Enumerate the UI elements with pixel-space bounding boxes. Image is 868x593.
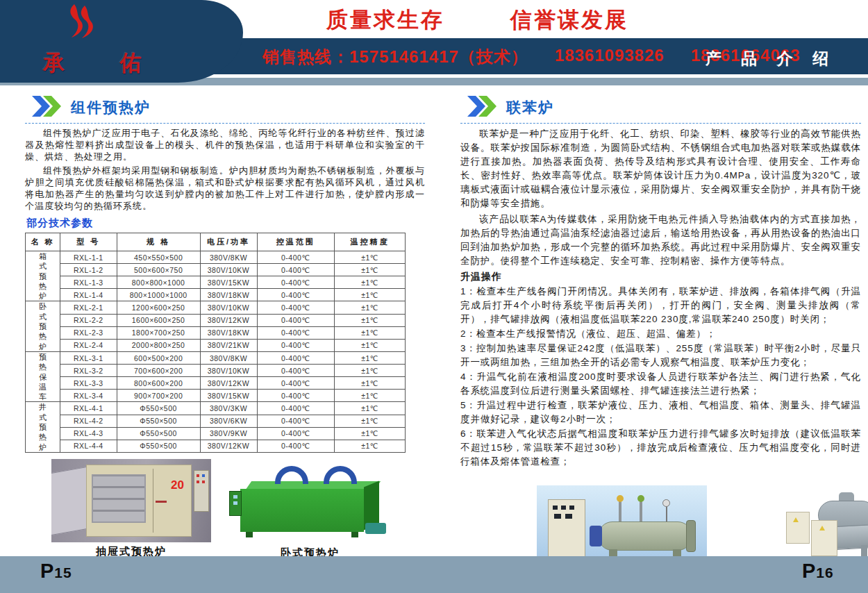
horizontal-furnace-figure: 卧式预热炉 xyxy=(225,466,395,560)
spec-table-header-row: 名 称 型 号 规 格 电压/功率 控温范围 温控精度 xyxy=(26,233,406,251)
heater-vessel xyxy=(598,521,692,551)
table-row: 卧式预热炉RXL-2-11200×600×250380V/10KW0-400℃±… xyxy=(26,301,406,314)
company-name: 承 佑 xyxy=(43,49,210,78)
valve-stem xyxy=(619,499,621,523)
furnace-foot xyxy=(246,532,253,537)
spec-cell: ±1℃ xyxy=(335,339,406,351)
table-row: RXL-3-2700×600×200380V/10KW0-400℃±1℃ xyxy=(26,365,406,377)
drawer-furnace-figure: 20 抽屉式预热炉 xyxy=(51,459,211,560)
spec-cell: 380V/21KW xyxy=(200,339,257,351)
page-number-left: P15 xyxy=(40,560,72,583)
control-panel xyxy=(229,491,242,516)
right-section-header: 联苯炉 xyxy=(460,94,861,124)
ops-list: 1：检查本生产线各阀门开闭情况。具体关闭有，联苯炉进、排放阀，各箱体排气阀（升温… xyxy=(460,285,861,469)
spec-cell: 380V/15KW xyxy=(200,276,257,289)
table-row: RXL-1-2500×600×750380V/10KW0-400℃±1℃ xyxy=(26,264,406,276)
spec-cell: 1800×700×250 xyxy=(117,326,200,339)
spec-cell: ±1℃ xyxy=(335,301,406,314)
spec-cell: 450×550×500 xyxy=(117,251,200,264)
junction-box xyxy=(811,520,837,556)
col-header-range: 控温范围 xyxy=(257,233,335,251)
spec-cell: 1200×600×250 xyxy=(117,301,200,314)
spec-cell: ±1℃ xyxy=(335,377,406,390)
left-page-photos: 20 抽屉式预热炉 xyxy=(51,459,425,560)
spec-cell: 380V/18KW xyxy=(200,289,257,301)
spec-cell: RXL-3-1 xyxy=(60,351,117,364)
spec-cell: 0-400℃ xyxy=(257,351,335,364)
spec-cell: ±1℃ xyxy=(335,326,406,339)
spec-cell: 0-400℃ xyxy=(257,264,335,276)
door-seam xyxy=(153,469,153,533)
spec-cell: 0-400℃ xyxy=(257,402,335,415)
spec-cell: 380V/15KW xyxy=(200,390,257,402)
spec-cell: ±1℃ xyxy=(335,314,406,326)
header-slogans: 质量求生存 信誉谋发展 xyxy=(326,6,628,35)
spec-cell: 0-400℃ xyxy=(257,390,335,402)
table-row: RXL-3-3800×600×200380V/12KW0-400℃±1℃ xyxy=(26,377,406,390)
heater-grid xyxy=(92,474,146,523)
double-chevron-icon xyxy=(31,96,62,119)
control-cabinet xyxy=(548,499,585,559)
slogan-reputation: 信誉谋发展 xyxy=(510,6,628,35)
col-header-power: 电压/功率 xyxy=(200,233,257,251)
spec-cell: 380V/6KW xyxy=(200,415,257,427)
spec-cell: RXL-4-3 xyxy=(60,427,117,440)
door-handle xyxy=(156,501,167,503)
pressure-gauge xyxy=(662,499,670,507)
spec-cell: 380V/12KW xyxy=(200,440,257,452)
table-row: 箱式预热炉RXL-1-1450×550×500380V/8KW0-400℃±1℃ xyxy=(26,251,406,264)
spec-cell: ±1℃ xyxy=(335,264,406,276)
ops-item: 4：升温气化前在液相温度200度时要求设备人员进行联苯炉各法兰、阀门进行热紧，气… xyxy=(460,370,861,398)
spec-cell: ±1℃ xyxy=(335,365,406,377)
spec-cell: 0-400℃ xyxy=(257,251,335,264)
spec-cell: 380V/10KW xyxy=(200,264,257,276)
catalog-page: 承 佑 质量求生存 信誉谋发展 销售热线：15751461417（技术） 183… xyxy=(0,0,868,593)
furnace-front xyxy=(240,489,364,532)
inlet-flange xyxy=(590,526,602,546)
spec-cell: ±1℃ xyxy=(335,276,406,289)
slogan-quality: 质量求生存 xyxy=(326,6,444,35)
spec-cell: ±1℃ xyxy=(335,415,406,427)
right-section-title: 联苯炉 xyxy=(506,98,554,117)
spec-cell: 0-400℃ xyxy=(257,427,335,440)
table-row: RXL-4-3Φ550×500380V/9KW0-400℃±1℃ xyxy=(26,427,406,440)
spec-cell: RXL-2-2 xyxy=(60,314,117,326)
spec-cell: RXL-4-2 xyxy=(60,415,117,427)
control-cabinet xyxy=(194,470,209,512)
table-row: RXL-2-31800×700×250380V/18KW0-400℃±1℃ xyxy=(26,326,406,339)
spec-cell: RXL-3-2 xyxy=(60,365,117,377)
spec-cell: Φ550×500 xyxy=(117,402,200,415)
spec-cell: 800×600×200 xyxy=(117,377,200,390)
carry-handle xyxy=(275,466,308,484)
spec-cell: 380V/9KW xyxy=(200,427,257,440)
spec-cell: 800×800×1000 xyxy=(117,276,200,289)
heatup-procedure-title: 升温操作 xyxy=(460,271,861,283)
spec-cell: 700×600×200 xyxy=(117,365,200,377)
table-row: RXL-2-21600×600×250380V/12KW0-400℃±1℃ xyxy=(26,314,406,326)
table-row: RXL-1-3800×800×1000380V/15KW0-400℃±1℃ xyxy=(26,276,406,289)
fan-motor xyxy=(365,523,386,534)
spec-cell: ±1℃ xyxy=(335,390,406,402)
spec-cell: Φ550×500 xyxy=(117,440,200,452)
spec-cell: RXL-1-3 xyxy=(60,276,117,289)
spec-cell: RXL-3-3 xyxy=(60,377,117,390)
spec-cell: 380V/10KW xyxy=(200,365,257,377)
spec-cell: 0-400℃ xyxy=(257,301,335,314)
spec-cell: RXL-1-2 xyxy=(60,264,117,276)
spec-cell: ±1℃ xyxy=(335,289,406,301)
company-logo-block: 承 佑 xyxy=(0,0,243,83)
table-row: RXL-4-2Φ550×500380V/6KW0-400℃±1℃ xyxy=(26,415,406,427)
spec-cell: 380V/12KW xyxy=(200,314,257,326)
ops-item: 6：联苯进入气化状态后据气相温度和联苯炉压力进行排气罐多次时短排放（建议低温联苯… xyxy=(460,427,861,469)
spec-table-title: 部分技术参数 xyxy=(26,217,425,230)
carry-handle xyxy=(324,466,357,484)
table-row: RXL-2-42000×800×250380V/21KW0-400℃±1℃ xyxy=(26,339,406,351)
ops-item: 5：升温过程中进行检查，联苯炉液位、压力、液相、气相温度、箱体、测量头、排气罐温… xyxy=(460,399,861,426)
page-number-right: P16 xyxy=(802,560,834,583)
spec-cell: ±1℃ xyxy=(335,251,406,264)
footer-band xyxy=(0,556,868,593)
group-name-cell: 井式预热炉 xyxy=(26,402,60,452)
ops-item: 1：检查本生产线各阀门开闭情况。具体关闭有，联苯炉进、排放阀，各箱体排气阀（升温… xyxy=(460,285,861,326)
col-header-model: 型 号 xyxy=(60,233,117,251)
left-section-header: 组件预热炉 xyxy=(25,94,425,124)
